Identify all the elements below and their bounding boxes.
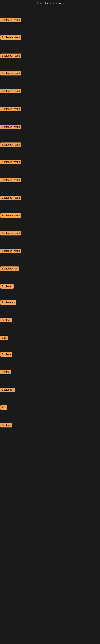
- bottleneck-badge-20[interactable]: Bottlene: [0, 352, 12, 356]
- bottleneck-item-4[interactable]: Bottleneck result: [0, 71, 21, 77]
- bottleneck-badge-5[interactable]: Bottleneck result: [0, 89, 21, 94]
- bottleneck-item-21[interactable]: Bottler: [0, 370, 11, 376]
- bottleneck-badge-9[interactable]: Bottleneck result: [0, 160, 21, 164]
- bottleneck-item-9[interactable]: Bottleneck result: [0, 160, 21, 166]
- bottleneck-item-1[interactable]: Bottleneck result: [0, 18, 21, 24]
- bottleneck-item-14[interactable]: Bottleneck result: [0, 248, 21, 254]
- bottleneck-item-10[interactable]: Bottleneck result: [0, 178, 21, 184]
- bottleneck-item-2[interactable]: Bottleneck result: [0, 35, 21, 41]
- bottleneck-badge-11[interactable]: Bottleneck result: [0, 196, 21, 200]
- bottleneck-badge-19[interactable]: Bott: [0, 336, 8, 340]
- bottleneck-badge-12[interactable]: Bottleneck result: [0, 213, 21, 218]
- bottleneck-item-22[interactable]: Bottleneck: [0, 387, 15, 393]
- bottleneck-item-5[interactable]: Bottleneck result: [0, 88, 21, 94]
- bottleneck-item-13[interactable]: Bottleneck result: [0, 231, 21, 237]
- bottleneck-badge-23[interactable]: Bot: [0, 405, 7, 410]
- bottleneck-badge-22[interactable]: Bottleneck: [0, 388, 15, 392]
- bottleneck-badge-10[interactable]: Bottleneck result: [0, 178, 21, 182]
- bottleneck-badge-14[interactable]: Bottleneck result: [0, 249, 21, 253]
- bottleneck-badge-17[interactable]: Bottleneck r: [0, 300, 16, 305]
- bottleneck-item-18[interactable]: Bottlene: [0, 318, 12, 324]
- bottleneck-item-17[interactable]: Bottleneck r: [0, 300, 16, 306]
- bottleneck-item-24[interactable]: Bottlene: [0, 422, 12, 429]
- bottleneck-item-19[interactable]: Bott: [0, 335, 8, 341]
- bottleneck-badge-18[interactable]: Bottlene: [0, 318, 12, 322]
- bottleneck-badge-3[interactable]: Bottleneck result: [0, 54, 21, 58]
- vertical-line-indicator: [1, 544, 1, 584]
- bottleneck-badge-8[interactable]: Bottleneck result: [0, 142, 21, 147]
- bottleneck-badge-6[interactable]: Bottleneck result: [0, 107, 21, 111]
- bottleneck-badge-4[interactable]: Bottleneck result: [0, 71, 21, 76]
- bottleneck-item-6[interactable]: Bottleneck result: [0, 106, 21, 112]
- bottleneck-item-11[interactable]: Bottleneck result: [0, 195, 21, 201]
- bottleneck-item-12[interactable]: Bottleneck result: [0, 213, 21, 219]
- bottleneck-badge-2[interactable]: Bottleneck result: [0, 35, 21, 40]
- bottleneck-badge-21[interactable]: Bottler: [0, 370, 11, 374]
- bottleneck-item-7[interactable]: Bottleneck result: [0, 124, 21, 130]
- bottleneck-badge-16[interactable]: Bottlenec: [0, 284, 14, 288]
- site-header: TheBottlenecker.com: [0, 0, 100, 6]
- bottleneck-item-3[interactable]: Bottleneck result: [0, 53, 21, 59]
- bottleneck-badge-15[interactable]: Bottleneck res: [0, 266, 19, 271]
- bottleneck-badge-1[interactable]: Bottleneck result: [0, 18, 21, 22]
- bottleneck-item-15[interactable]: Bottleneck res: [0, 266, 19, 272]
- page-content: Bottleneck resultBottleneck resultBottle…: [0, 6, 100, 644]
- bottleneck-item-8[interactable]: Bottleneck result: [0, 142, 21, 148]
- bottleneck-badge-24[interactable]: Bottlene: [0, 423, 12, 428]
- bottleneck-badge-13[interactable]: Bottleneck result: [0, 231, 21, 236]
- bottleneck-item-16[interactable]: Bottlenec: [0, 284, 14, 290]
- bottleneck-item-20[interactable]: Bottlene: [0, 352, 12, 358]
- bottleneck-item-23[interactable]: Bot: [0, 405, 7, 411]
- bottleneck-badge-7[interactable]: Bottleneck result: [0, 125, 21, 129]
